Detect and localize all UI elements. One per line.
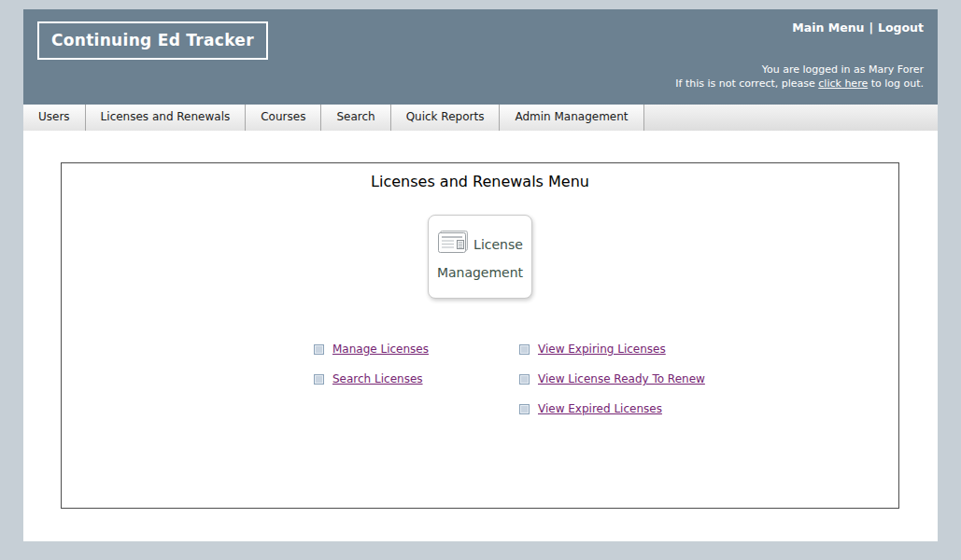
view-expired-licenses-link[interactable]: View Expired Licenses [538, 402, 662, 415]
app-logo-text: Continuing Ed Tracker [51, 31, 254, 49]
logout-hint-prefix: If this is not correct, please [675, 77, 818, 90]
click-here-link[interactable]: click here [818, 77, 868, 90]
app-window: Continuing Ed Tracker Main Menu|Logout Y… [23, 9, 938, 541]
list-item: View Expired Licenses [519, 399, 705, 418]
tab-courses[interactable]: Courses [246, 105, 321, 131]
content-area: Licenses and Renewals Menu [23, 131, 938, 541]
tab-bar-filler [644, 105, 938, 131]
menu-links-right-column: View Expiring Licenses View License Read… [519, 340, 705, 429]
list-item: View License Ready To Renew [519, 370, 705, 388]
tab-quick-reports[interactable]: Quick Reports [391, 105, 501, 131]
square-bullet-icon [519, 404, 530, 414]
tab-licenses-and-renewals[interactable]: Licenses and Renewals [86, 105, 247, 131]
square-bullet-icon [314, 344, 324, 355]
license-management-card[interactable]: License Management [428, 215, 532, 299]
list-item: Manage Licenses [314, 340, 519, 358]
logout-hint-suffix: to log out. [868, 77, 924, 90]
square-bullet-icon [519, 344, 530, 355]
tab-bar: Users Licenses and Renewals Courses Sear… [23, 105, 938, 131]
page-title: Licenses and Renewals Menu [62, 173, 898, 190]
menu-links-left-column: Manage Licenses Search Licenses [314, 340, 519, 429]
app-logo: Continuing Ed Tracker [37, 21, 268, 60]
logout-link[interactable]: Logout [878, 21, 924, 35]
view-license-ready-to-renew-link[interactable]: View License Ready To Renew [538, 372, 705, 385]
tab-admin-management[interactable]: Admin Management [500, 105, 643, 131]
tab-search[interactable]: Search [321, 105, 390, 131]
menu-panel: Licenses and Renewals Menu [61, 162, 899, 509]
link-separator: | [869, 21, 873, 35]
view-expiring-licenses-link[interactable]: View Expiring Licenses [538, 343, 666, 356]
logged-in-text: You are logged in as Mary Forer [675, 63, 924, 77]
square-bullet-icon [314, 374, 324, 385]
tab-users[interactable]: Users [23, 105, 86, 131]
app-header: Continuing Ed Tracker Main Menu|Logout Y… [23, 9, 938, 105]
main-menu-link[interactable]: Main Menu [792, 21, 864, 35]
list-item: View Expiring Licenses [519, 340, 705, 358]
square-bullet-icon [519, 374, 530, 385]
license-card-icon [437, 230, 469, 261]
list-item: Search Licenses [314, 370, 519, 388]
login-info: You are logged in as Mary Forer If this … [675, 63, 924, 91]
header-links: Main Menu|Logout [792, 21, 924, 35]
manage-licenses-link[interactable]: Manage Licenses [332, 343, 429, 356]
search-licenses-link[interactable]: Search Licenses [332, 372, 423, 385]
logout-hint: If this is not correct, please click her… [675, 77, 924, 91]
menu-links: Manage Licenses Search Licenses View Exp… [314, 340, 898, 429]
